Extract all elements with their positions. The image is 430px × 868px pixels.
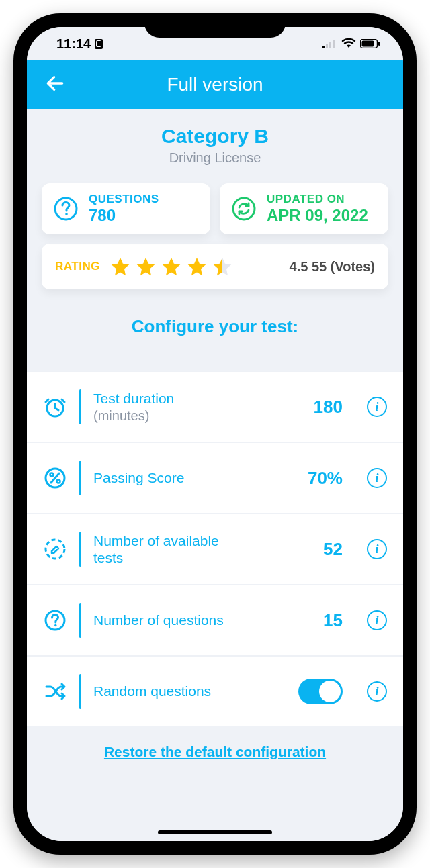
rating-text: 4.5 55 (Votes): [290, 259, 375, 275]
svg-rect-6: [378, 42, 380, 46]
shuffle-icon: [43, 679, 67, 704]
svg-point-14: [57, 480, 60, 483]
updated-label: UPDATED ON: [267, 193, 368, 206]
info-icon[interactable]: i: [367, 539, 387, 559]
config-labels: Number of available tests: [93, 532, 248, 566]
screen: 11:14: [27, 27, 403, 841]
config-labels: Test duration (minutes): [93, 390, 248, 423]
questions-card: QUESTIONS 780: [42, 183, 210, 234]
device-frame: 11:14: [13, 13, 417, 855]
config-row-duration[interactable]: Test duration (minutes) 180 i: [27, 371, 403, 442]
star-3-icon: [161, 256, 182, 277]
config-value: 180: [314, 397, 343, 418]
back-button[interactable]: [44, 73, 66, 97]
config-label: Test duration: [93, 390, 248, 407]
home-indicator[interactable]: [158, 830, 272, 834]
status-right: [322, 36, 380, 52]
config-label: Random questions: [93, 683, 248, 700]
signal-icon: [322, 36, 337, 52]
question-circle-icon: [52, 195, 79, 222]
star-4-icon: [186, 256, 208, 277]
svg-rect-2: [329, 42, 331, 48]
percent-icon: [43, 466, 67, 490]
config-list: Test duration (minutes) 180 i: [27, 371, 403, 726]
svg-point-9: [233, 198, 255, 220]
rating-card: RATING 4.5 55 (Votes): [42, 244, 388, 289]
sim-card-icon: [95, 39, 103, 49]
questions-value: 780: [89, 206, 159, 225]
questions-text: QUESTIONS 780: [89, 193, 159, 225]
header-title: Full version: [167, 74, 263, 95]
star-5-half-icon: [212, 256, 233, 277]
stars: [110, 256, 233, 277]
star-2-icon: [135, 256, 157, 277]
config-label: Passing Score: [93, 469, 248, 486]
updated-text: UPDATED ON APR 09, 2022: [267, 193, 368, 225]
config-labels: Passing Score: [93, 469, 248, 486]
star-1-icon: [110, 256, 131, 277]
config-sublabel: (minutes): [93, 407, 248, 424]
config-row-number-questions[interactable]: Number of questions 15 i: [27, 584, 403, 655]
question-icon: [43, 608, 67, 632]
config-labels: Random questions: [93, 683, 248, 700]
svg-point-17: [54, 624, 56, 626]
divider: [79, 389, 81, 424]
config-row-available-tests[interactable]: Number of available tests 52 i: [27, 513, 403, 584]
clock-icon: [43, 395, 67, 419]
restore-default-link[interactable]: Restore the default configuration: [104, 744, 326, 759]
notch: [144, 13, 286, 38]
battery-icon: [360, 36, 380, 52]
category-header: Category B Driving License: [27, 109, 403, 173]
updated-card: UPDATED ON APR 09, 2022: [220, 183, 388, 234]
config-value: 52: [323, 539, 343, 560]
restore-section: Restore the default configuration: [27, 726, 403, 783]
config-label: Number of available tests: [93, 532, 248, 566]
tests-icon: [43, 537, 67, 561]
svg-rect-1: [326, 44, 328, 48]
wifi-icon: [341, 36, 356, 52]
config-row-random-questions: Random questions i: [27, 655, 403, 726]
svg-point-8: [65, 213, 68, 215]
svg-point-15: [46, 540, 64, 559]
rating-label: RATING: [55, 260, 100, 273]
category-subtitle: Driving License: [27, 150, 403, 166]
svg-rect-0: [322, 46, 325, 48]
category-title: Category B: [27, 125, 403, 148]
svg-rect-3: [333, 40, 335, 48]
content: Category B Driving License QUESTIONS 780: [27, 109, 403, 841]
divider: [79, 461, 81, 495]
svg-rect-5: [362, 40, 374, 46]
info-cards-row: QUESTIONS 780: [27, 173, 403, 234]
questions-label: QUESTIONS: [89, 193, 159, 206]
updated-value: APR 09, 2022: [267, 206, 368, 225]
refresh-icon: [230, 195, 257, 222]
divider: [79, 532, 81, 567]
config-value: 15: [323, 610, 343, 631]
info-icon[interactable]: i: [367, 610, 387, 630]
config-labels: Number of questions: [93, 612, 248, 628]
app-header: Full version: [27, 60, 403, 109]
status-time: 11:14: [56, 36, 91, 52]
config-value: 70%: [308, 468, 343, 489]
random-questions-toggle[interactable]: [298, 679, 343, 704]
info-icon[interactable]: i: [367, 397, 387, 417]
svg-point-13: [50, 473, 54, 477]
config-label: Number of questions: [93, 612, 248, 628]
configure-heading: Configure your test:: [27, 316, 403, 337]
divider: [79, 674, 81, 709]
config-row-passing-score[interactable]: Passing Score 70% i: [27, 442, 403, 513]
info-icon[interactable]: i: [367, 468, 387, 488]
status-left: 11:14: [56, 36, 103, 52]
divider: [79, 603, 81, 638]
info-icon[interactable]: i: [367, 681, 387, 702]
